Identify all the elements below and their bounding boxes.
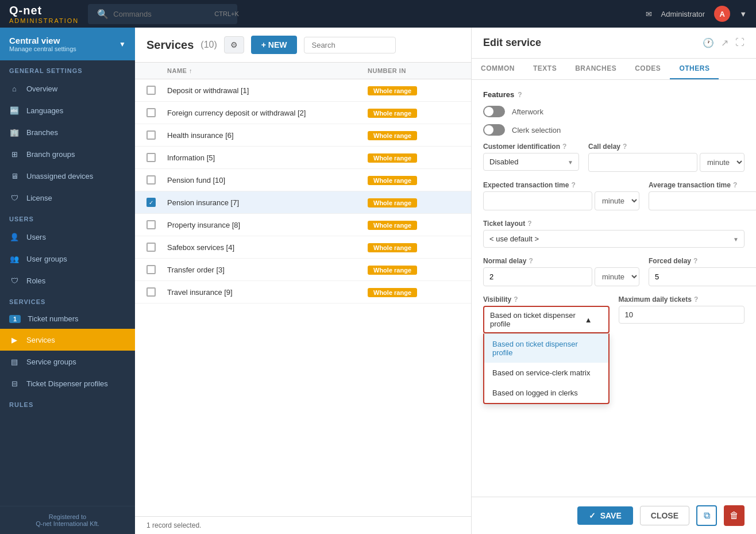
ticket-layout-select-wrapper: < use default > [483,230,745,248]
sidebar-item-branches[interactable]: 🏢 Branches [0,121,135,143]
services-search-input[interactable] [304,37,396,53]
visibility-option-service-clerk[interactable]: Based on service-clerk matrix [484,363,608,383]
normal-delay-input[interactable] [483,267,592,286]
share-icon[interactable]: ↗ [721,37,728,48]
admin-label: Administrator [661,10,705,18]
table-row[interactable]: Deposit or withdrawal [1] Whole range [135,79,471,102]
sidebar-item-service-groups[interactable]: ▤ Service groups [0,351,135,372]
clerk-selection-toggle[interactable] [483,124,505,136]
sidebar-item-services[interactable]: ▶ Services [0,329,135,351]
sidebar-item-branch-groups[interactable]: ⊞ Branch groups [0,143,135,165]
edit-panel: Edit service 🕐 ↗ ⛶ COMMON TEXTS BRANCHES… [471,28,756,534]
expected-time-input[interactable] [483,191,592,210]
customer-id-select[interactable]: Disabled [483,153,579,171]
call-delay-label: Call delay [588,143,620,151]
ticket-layout-select[interactable]: < use default > [483,230,745,248]
chevron-down-icon[interactable]: ▼ [739,10,747,18]
filter-button[interactable]: ⚙ [224,36,244,53]
row-checkbox[interactable] [146,265,156,274]
call-delay-unit-select[interactable]: minute [700,153,745,172]
row-checkbox[interactable] [146,153,156,162]
expand-icon[interactable]: ⛶ [735,37,745,48]
copy-button[interactable]: ⧉ [696,505,717,526]
command-search-input[interactable] [113,10,210,18]
max-daily-help-icon[interactable]: ? [694,295,698,304]
row-checkbox[interactable]: ✓ [146,198,156,207]
new-button[interactable]: + NEW [251,36,298,54]
service-name: Transfer order [3] [167,266,368,274]
sidebar-item-user-groups[interactable]: 👥 User groups [0,248,135,270]
customer-id-select-wrapper: Disabled [483,153,579,171]
table-row[interactable]: Travel insurance [9] Whole range [135,281,471,304]
max-daily-input[interactable] [619,306,745,324]
tab-others[interactable]: OTHERS [670,59,719,79]
ticket-layout-help-icon[interactable]: ? [527,220,531,228]
footer-registered: Registered to [9,513,126,520]
expected-time-label: Expected transaction time [483,181,569,189]
sidebar-item-label: Ticket numbers [28,314,78,323]
command-search-bar[interactable]: 🔍 CTRL+K [88,4,237,24]
customer-id-help-icon[interactable]: ? [562,143,566,151]
tab-texts[interactable]: TEXTS [524,59,566,79]
table-row[interactable]: Health insurance [6] Whole range [135,124,471,147]
save-button[interactable]: ✓ SAVE [577,506,633,525]
close-button[interactable]: CLOSE [640,506,689,525]
sidebar-item-license[interactable]: 🛡 License [0,187,135,209]
expected-time-unit-select[interactable]: minute [595,191,639,210]
sidebar-item-label: Languages [26,106,63,115]
delete-button[interactable]: 🗑 [724,505,745,526]
sidebar-item-roles[interactable]: 🛡 Roles [0,270,135,291]
services-panel: Services (10) ⚙ + NEW NAME ↑ NUMBER IN D… [135,28,471,534]
table-row[interactable]: Foreign currency deposit or withdrawal [… [135,102,471,124]
sidebar-item-ticket-numbers[interactable]: 1 Ticket numbers [0,309,135,329]
features-help-icon[interactable]: ? [518,91,522,99]
mail-icon[interactable]: ✉ [646,10,652,18]
history-icon[interactable]: 🕐 [703,37,714,48]
tab-common[interactable]: COMMON [472,59,524,79]
normal-delay-unit-select[interactable]: minute [595,267,639,286]
table-row[interactable]: Information [5] Whole range [135,147,471,169]
expected-time-input-group: minute [483,191,639,210]
central-view-header[interactable]: Central view Manage central settings ▼ [0,28,135,60]
topbar-left: Q-net ADMINISTRATION 🔍 CTRL+K [9,4,237,24]
sidebar-item-unassigned-devices[interactable]: 🖥 Unassigned devices [0,165,135,187]
forced-delay-label: Forced delay [649,257,691,265]
service-name: Information [5] [167,153,368,162]
status-text: 1 record selected. [146,521,201,529]
call-delay-help-icon[interactable]: ? [623,143,627,151]
forced-delay-help-icon[interactable]: ? [693,257,697,265]
avg-time-input[interactable] [649,191,756,210]
afterwork-toggle[interactable] [483,106,505,117]
row-checkbox[interactable] [146,287,156,297]
table-row[interactable]: ✓ Pension insurance [7] Whole range [135,191,471,214]
table-row[interactable]: Safebox services [4] Whole range [135,236,471,259]
normal-delay-help-icon[interactable]: ? [529,257,533,265]
forced-delay-input[interactable] [649,267,756,286]
call-delay-input[interactable] [588,153,697,172]
tab-codes[interactable]: CODES [626,59,670,79]
row-checkbox[interactable] [146,108,156,117]
range-badge: Whole range [368,221,417,230]
checkbox-header [146,67,167,74]
row-checkbox[interactable] [146,86,156,95]
sidebar-item-ticket-dispenser-profiles[interactable]: ⊟ Ticket Dispenser profiles [0,372,135,394]
visibility-option-ticket-dispenser[interactable]: Based on ticket dispenser profile [484,334,608,363]
row-checkbox[interactable] [146,175,156,185]
visibility-dropdown-trigger[interactable]: Based on ticket dispenser profile ▲ [483,306,610,333]
avg-time-help-icon[interactable]: ? [733,181,737,189]
row-checkbox[interactable] [146,130,156,140]
table-row[interactable]: Transfer order [3] Whole range [135,259,471,281]
table-row[interactable]: Property insurance [8] Whole range [135,214,471,236]
sidebar-item-users[interactable]: 👤 Users [0,226,135,248]
sidebar-item-label: Branches [26,128,58,137]
table-row[interactable]: Pension fund [10] Whole range [135,169,471,191]
tab-branches[interactable]: BRANCHES [566,59,626,79]
row-checkbox[interactable] [146,220,156,229]
visibility-option-logged-clerks[interactable]: Based on logged in clerks [484,383,608,403]
row-checkbox[interactable] [146,243,156,252]
expected-time-help-icon[interactable]: ? [571,181,575,189]
visibility-help-icon[interactable]: ? [514,295,518,304]
sidebar-item-languages[interactable]: 🔤 Languages [0,99,135,121]
sidebar-item-overview[interactable]: ⌂ Overview [0,78,135,99]
afterwork-label: Afterwork [512,107,543,116]
